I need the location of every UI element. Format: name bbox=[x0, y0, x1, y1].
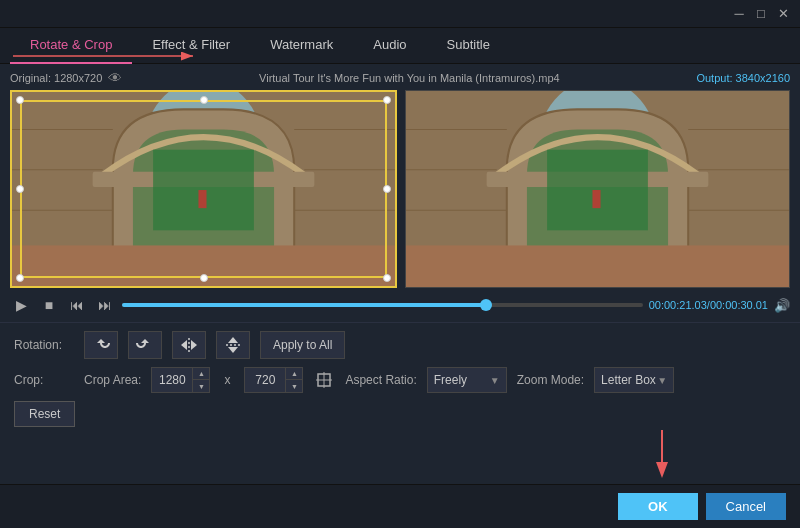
bottom-bar: OK Cancel bbox=[0, 484, 800, 528]
crop-handle-br[interactable] bbox=[383, 274, 391, 282]
aspect-ratio-value: Freely bbox=[434, 373, 467, 387]
controls-bar: ▶ ■ ⏮ ⏭ 00:00:21.03/00:00:30.01 🔊 bbox=[0, 288, 800, 322]
rotate-ccw-button[interactable] bbox=[84, 331, 118, 359]
apply-to-all-button[interactable]: Apply to All bbox=[260, 331, 345, 359]
tab-effect-filter[interactable]: Effect & Filter bbox=[132, 28, 250, 64]
rotate-ccw-icon bbox=[92, 336, 110, 354]
svg-marker-30 bbox=[228, 337, 238, 343]
crop-row: Crop: Crop Area: ▲ ▼ x ▲ ▼ Aspect Ratio: bbox=[14, 367, 786, 393]
x-separator: x bbox=[224, 373, 230, 387]
tab-subtitle[interactable]: Subtitle bbox=[427, 28, 510, 64]
next-button[interactable]: ⏭ bbox=[94, 294, 116, 316]
tab-watermark[interactable]: Watermark bbox=[250, 28, 353, 64]
time-display: 00:00:21.03/00:00:30.01 bbox=[649, 299, 768, 311]
cancel-button[interactable]: Cancel bbox=[706, 493, 786, 520]
tabs-bar: Rotate & Crop Effect & Filter Watermark … bbox=[0, 28, 800, 64]
reset-button[interactable]: Reset bbox=[14, 401, 75, 427]
volume-icon[interactable]: 🔊 bbox=[774, 298, 790, 313]
crop-handle-tr[interactable] bbox=[383, 96, 391, 104]
height-input[interactable] bbox=[245, 373, 285, 387]
height-down-button[interactable]: ▼ bbox=[286, 380, 302, 392]
rotation-label: Rotation: bbox=[14, 338, 74, 352]
crop-handle-mr[interactable] bbox=[383, 185, 391, 193]
crop-label: Crop: bbox=[14, 373, 74, 387]
video-area: Original: 1280x720 👁 Virtual Tour It's M… bbox=[0, 64, 800, 288]
original-video-still bbox=[12, 92, 395, 286]
svg-marker-31 bbox=[228, 347, 238, 353]
close-button[interactable]: ✕ bbox=[774, 5, 792, 23]
maximize-button[interactable]: □ bbox=[752, 5, 770, 23]
play-button[interactable]: ▶ bbox=[10, 294, 32, 316]
svg-rect-25 bbox=[592, 190, 600, 208]
flip-h-icon bbox=[180, 336, 198, 354]
stop-button[interactable]: ■ bbox=[38, 294, 60, 316]
current-time: 00:00:21.03 bbox=[649, 299, 707, 311]
height-spinners: ▲ ▼ bbox=[285, 368, 302, 392]
progress-fill bbox=[122, 303, 486, 307]
width-input[interactable] bbox=[152, 373, 192, 387]
crop-border bbox=[20, 100, 387, 278]
original-resolution: Original: 1280x720 bbox=[10, 72, 102, 84]
crop-area-label: Crop Area: bbox=[84, 373, 141, 387]
aspect-ratio-arrow-icon: ▼ bbox=[490, 375, 500, 386]
output-preview bbox=[405, 90, 790, 288]
svg-marker-27 bbox=[181, 340, 187, 350]
flip-v-button[interactable] bbox=[216, 331, 250, 359]
aspect-ratio-dropdown[interactable]: Freely ▼ bbox=[427, 367, 507, 393]
width-spinners: ▲ ▼ bbox=[192, 368, 209, 392]
eye-icon[interactable]: 👁 bbox=[108, 70, 122, 86]
video-info-bar: Original: 1280x720 👁 Virtual Tour It's M… bbox=[10, 70, 790, 86]
flip-v-icon bbox=[224, 336, 242, 354]
output-video-still bbox=[406, 91, 789, 287]
aspect-ratio-label: Aspect Ratio: bbox=[345, 373, 416, 387]
zoom-mode-arrow-icon: ▼ bbox=[657, 375, 667, 386]
crop-handle-bl[interactable] bbox=[16, 274, 24, 282]
original-preview bbox=[10, 90, 397, 288]
width-input-wrap: ▲ ▼ bbox=[151, 367, 210, 393]
progress-bar[interactable] bbox=[122, 303, 643, 307]
center-icon[interactable] bbox=[313, 369, 335, 391]
crop-handle-tl[interactable] bbox=[16, 96, 24, 104]
flip-h-button[interactable] bbox=[172, 331, 206, 359]
svg-marker-28 bbox=[191, 340, 197, 350]
prev-button[interactable]: ⏮ bbox=[66, 294, 88, 316]
output-resolution: Output: 3840x2160 bbox=[696, 72, 790, 84]
minimize-button[interactable]: ─ bbox=[730, 5, 748, 23]
crop-handle-bc[interactable] bbox=[200, 274, 208, 282]
settings-panel: Rotation: Apply to All Crop: Crop Area: bbox=[0, 322, 800, 443]
zoom-mode-label: Zoom Mode: bbox=[517, 373, 584, 387]
title-bar: ─ □ ✕ bbox=[0, 0, 800, 28]
tab-rotate-crop[interactable]: Rotate & Crop bbox=[10, 28, 132, 64]
height-input-wrap: ▲ ▼ bbox=[244, 367, 303, 393]
rotation-row: Rotation: Apply to All bbox=[14, 331, 786, 359]
zoom-mode-dropdown[interactable]: Letter Box ▼ bbox=[594, 367, 674, 393]
reset-row: Reset bbox=[14, 401, 786, 427]
rotate-cw-button[interactable] bbox=[128, 331, 162, 359]
video-previews bbox=[10, 90, 790, 288]
crop-handle-ml[interactable] bbox=[16, 185, 24, 193]
ok-button[interactable]: OK bbox=[618, 493, 698, 520]
total-time: 00:00:30.01 bbox=[710, 299, 768, 311]
center-align-icon bbox=[315, 371, 333, 389]
progress-thumb[interactable] bbox=[480, 299, 492, 311]
width-down-button[interactable]: ▼ bbox=[193, 380, 209, 392]
rotate-cw-icon bbox=[136, 336, 154, 354]
svg-rect-23 bbox=[406, 245, 789, 287]
crop-handle-tc[interactable] bbox=[200, 96, 208, 104]
tab-audio[interactable]: Audio bbox=[353, 28, 426, 64]
filename-label: Virtual Tour It's More Fun with You in M… bbox=[259, 72, 560, 84]
width-up-button[interactable]: ▲ bbox=[193, 368, 209, 380]
zoom-mode-value: Letter Box bbox=[601, 373, 656, 387]
height-up-button[interactable]: ▲ bbox=[286, 368, 302, 380]
